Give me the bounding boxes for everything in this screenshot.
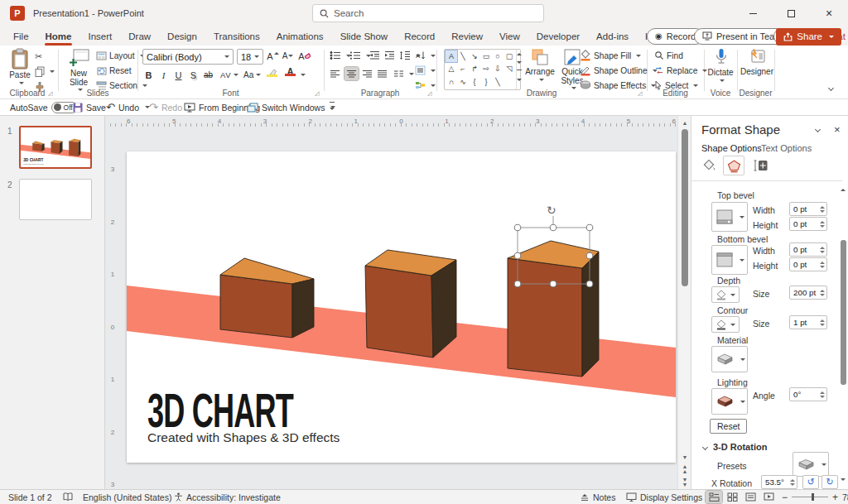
slide-thumbnail-1[interactable]: 3D CHART Created with Shapes & 3D effect… [19, 126, 92, 169]
gallery-scroll-up[interactable] [517, 53, 522, 55]
tab-design[interactable]: Design [159, 26, 205, 46]
strikethrough-button[interactable]: ab [202, 68, 214, 82]
rotate-left-button[interactable]: ↺ [802, 475, 819, 489]
handle-top-center[interactable] [550, 224, 556, 231]
underline-button[interactable]: U [172, 68, 185, 82]
justify-button[interactable] [377, 67, 388, 80]
spellcheck-button[interactable] [63, 490, 73, 504]
tab-animations[interactable]: Animations [268, 26, 332, 46]
minimize-button[interactable] [734, 0, 772, 26]
text-direction-button[interactable]: A [415, 49, 436, 62]
designer-button[interactable]: Designer [740, 48, 773, 77]
tab-draw[interactable]: Draw [120, 26, 159, 46]
columns-button[interactable] [393, 67, 414, 80]
shape-brace-left-icon[interactable]: { [469, 76, 480, 88]
decrease-indent-button[interactable] [369, 49, 380, 62]
italic-button[interactable]: I [157, 68, 170, 82]
replace-button[interactable]: Replace [654, 64, 707, 77]
tab-add-ins[interactable]: Add-ins [588, 26, 637, 46]
shrink-font-button[interactable]: A [282, 49, 294, 63]
align-right-button[interactable] [362, 67, 373, 80]
redo-button[interactable]: ↷ Redo [149, 101, 182, 113]
search-input[interactable]: Search [312, 4, 544, 22]
align-text-button[interactable] [415, 64, 436, 77]
shape-outline-button[interactable]: Shape Outline [580, 64, 658, 77]
panel-scroll-down[interactable] [841, 478, 846, 481]
shape-textbox-icon[interactable]: A [446, 50, 457, 62]
share-button[interactable]: Share [776, 28, 841, 46]
panel-collapse-chevron[interactable] [815, 127, 821, 132]
x-rotation-spinner[interactable]: 53.5° [761, 475, 797, 489]
qat-overflow-button[interactable] [330, 102, 335, 113]
handle-bottom-left[interactable] [514, 281, 521, 287]
shape-oval-icon[interactable]: ○ [492, 50, 504, 62]
clipboard-dialog-launcher[interactable]: ◿ [48, 90, 52, 97]
effects-icon[interactable] [723, 156, 744, 175]
tab-slide-show[interactable]: Slide Show [332, 26, 397, 46]
find-button[interactable]: Find [654, 49, 683, 62]
font-size-select[interactable]: 18 [237, 49, 263, 65]
presets-dropdown[interactable] [793, 452, 829, 477]
bold-button[interactable]: B [142, 68, 155, 82]
slide-indicator[interactable]: Slide 1 of 2 [8, 490, 52, 504]
tab-transitions[interactable]: Transitions [205, 26, 268, 46]
shape-triangle-icon[interactable]: △ [446, 63, 457, 74]
arrange-button[interactable]: Arrange [525, 48, 555, 81]
shape-rounded-rectangle-icon[interactable]: ▢ [504, 50, 515, 62]
shape-curve-icon[interactable]: ∿ [457, 76, 469, 88]
slide-sorter-view-button[interactable] [724, 491, 740, 503]
layout-button[interactable]: Layout [96, 49, 145, 62]
zoom-slider[interactable] [792, 497, 828, 498]
slide-canvas[interactable]: ↻ 3D CHART Created with Shapes & 3D effe… [127, 151, 676, 463]
canvas-scrollbar[interactable]: ▲ ▼ ▲▲ ▼▼ [677, 116, 691, 489]
tab-insert[interactable]: Insert [80, 26, 120, 46]
shape-rectangle-icon[interactable]: ▭ [480, 50, 492, 62]
panel-scroll-up[interactable] [841, 189, 846, 191]
top-bevel-height-spinner[interactable]: 0 pt [789, 217, 827, 231]
bottom-bevel-width-spinner[interactable]: 0 pt [789, 242, 827, 257]
increase-indent-button[interactable] [384, 49, 395, 62]
lighting-angle-spinner[interactable]: 0° [789, 387, 827, 401]
autosave-toggle[interactable]: AutoSave Off [10, 102, 78, 113]
shape-arc-icon[interactable]: ∩ [446, 76, 457, 88]
vertical-ruler[interactable]: 3210123 [108, 166, 117, 488]
tab-shape-options[interactable]: Shape Options [701, 143, 762, 153]
highlight-color-button[interactable] [267, 68, 277, 77]
gallery-scroll-down[interactable] [517, 61, 522, 64]
shape-line2-icon[interactable]: ╲ [492, 76, 504, 88]
dictate-button[interactable]: Dictate [706, 48, 735, 82]
language-indicator[interactable]: English (United States) [83, 490, 171, 504]
rotate-right-button[interactable]: ↻ [822, 475, 838, 489]
powerpoint-logo-icon[interactable]: P [10, 6, 25, 21]
undo-button[interactable]: ↶ Undo [106, 101, 150, 113]
reset-button[interactable]: Reset [96, 64, 132, 77]
copy-button[interactable] [35, 65, 55, 78]
horizontal-ruler[interactable]: 6543210123456 [127, 118, 676, 129]
share-dropdown-caret[interactable] [829, 36, 834, 38]
normal-view-button[interactable] [706, 491, 722, 503]
scroll-up-arrow[interactable]: ▲ [678, 118, 691, 128]
shape-arrow-icon[interactable]: ↘ [469, 50, 480, 62]
tab-home[interactable]: Home [37, 26, 80, 46]
handle-middle-left[interactable] [514, 252, 521, 259]
depth-color-dropdown[interactable] [711, 286, 740, 303]
shape-elbow-connector-icon[interactable]: ⌐ [457, 63, 469, 74]
next-slide-button[interactable]: ▼▼ [678, 477, 691, 487]
font-color-button[interactable]: A [285, 67, 296, 76]
gallery-more-button[interactable] [517, 70, 522, 86]
zoom-in-button[interactable]: + [832, 492, 838, 503]
shape-corner-icon[interactable]: ◹ [504, 63, 515, 74]
bottom-bevel-height-spinner[interactable]: 0 pt [789, 257, 827, 271]
depth-size-spinner[interactable]: 200 pt [789, 286, 827, 300]
shape-fill-button[interactable]: Shape Fill [580, 49, 641, 62]
contour-size-spinner[interactable]: 1 pt [789, 315, 827, 329]
change-case-button[interactable]: Aa [243, 68, 261, 82]
zoom-level[interactable]: 78% [842, 492, 848, 502]
font-dialog-launcher[interactable]: ◿ [315, 90, 319, 97]
zoom-out-button[interactable]: − [782, 492, 788, 503]
handle-middle-right[interactable] [586, 252, 593, 259]
top-bevel-dropdown[interactable] [711, 202, 748, 232]
shape-line-icon[interactable]: ╲ [457, 50, 469, 62]
bottom-bevel-dropdown[interactable] [711, 245, 748, 275]
save-button[interactable]: Save [73, 103, 106, 113]
